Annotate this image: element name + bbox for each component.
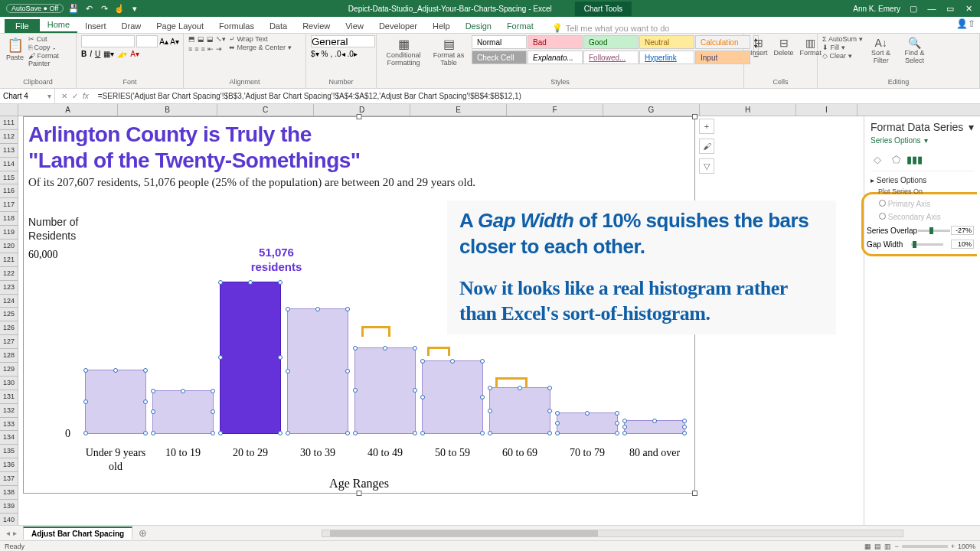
bar[interactable]: [152, 390, 214, 434]
selection-handle[interactable]: [622, 419, 627, 423]
align-center-icon[interactable]: ≡: [194, 45, 198, 53]
selection-handle[interactable]: [353, 388, 358, 393]
chart-title[interactable]: Arlington County is Truly the "Land of t…: [24, 117, 694, 173]
selection-handle[interactable]: [211, 409, 215, 414]
align-mid-icon[interactable]: ⬓: [198, 35, 204, 43]
indent-inc-icon[interactable]: ⇥: [216, 45, 222, 53]
selection-handle[interactable]: [413, 388, 417, 393]
inc-decimal-icon[interactable]: .0◂: [335, 50, 345, 58]
font-size-select[interactable]: [136, 35, 158, 47]
row-header[interactable]: 123: [0, 281, 18, 295]
selection-handle[interactable]: [488, 409, 492, 413]
align-top-icon[interactable]: ⬒: [188, 35, 195, 43]
tab-design[interactable]: Design: [458, 19, 499, 33]
enter-formula-icon[interactable]: ✓: [72, 92, 78, 100]
row-header[interactable]: 122: [0, 267, 18, 281]
horizontal-scrollbar[interactable]: [322, 530, 903, 537]
selection-handle[interactable]: [286, 431, 290, 435]
x-axis-label[interactable]: Age Ranges: [24, 477, 694, 491]
row-header[interactable]: 128: [0, 349, 18, 363]
secondary-axis-radio[interactable]: [879, 213, 886, 220]
chart-handle-ne[interactable]: [692, 114, 697, 119]
selection-handle[interactable]: [218, 355, 223, 360]
effects-icon[interactable]: ⬠: [889, 152, 903, 166]
orientation-icon[interactable]: ⤡▾: [216, 35, 226, 43]
selection-handle[interactable]: [248, 280, 253, 285]
user-name[interactable]: Ann K. Emery: [853, 5, 900, 13]
selection-handle[interactable]: [83, 368, 88, 373]
selection-handle[interactable]: [345, 307, 350, 311]
underline-button[interactable]: U: [95, 50, 100, 58]
undo-icon[interactable]: ↶: [83, 3, 94, 14]
add-sheet-button[interactable]: ⊕: [132, 527, 153, 539]
col-header[interactable]: H: [700, 104, 796, 116]
find-select-button[interactable]: 🔍Find & Select: [900, 35, 930, 66]
row-header[interactable]: 112: [0, 130, 18, 144]
chart-elements-button[interactable]: +: [699, 119, 714, 134]
style-hyperlink[interactable]: Hyperlink: [639, 51, 694, 64]
cancel-formula-icon[interactable]: ✕: [61, 92, 67, 100]
tab-insert[interactable]: Insert: [77, 19, 114, 33]
gap-width-input[interactable]: [951, 240, 974, 249]
y-axis-label[interactable]: Number ofResidents: [28, 215, 78, 243]
zoom-in-icon[interactable]: +: [951, 543, 955, 550]
x-category-label[interactable]: 40 to 49: [351, 446, 419, 460]
autosave-toggle[interactable]: AutoSave ● Off: [6, 4, 64, 13]
selection-handle[interactable]: [615, 431, 619, 435]
selection-handle[interactable]: [488, 386, 492, 390]
bar[interactable]: [354, 347, 416, 434]
row-header[interactable]: 136: [0, 458, 18, 472]
y-axis-min[interactable]: 0: [65, 428, 70, 440]
selection-handle[interactable]: [585, 411, 590, 416]
bar[interactable]: [489, 387, 550, 434]
minimize-icon[interactable]: —: [926, 3, 937, 14]
delete-cells-button[interactable]: ⊟Delete: [773, 35, 795, 58]
row-header[interactable]: 126: [0, 321, 18, 335]
selection-handle[interactable]: [83, 431, 88, 435]
style-followed[interactable]: Followed...: [583, 51, 639, 64]
selection-handle[interactable]: [420, 359, 425, 364]
selection-handle[interactable]: [151, 389, 155, 393]
tab-page-layout[interactable]: Page Layout: [149, 19, 211, 33]
selection-handle[interactable]: [480, 359, 485, 364]
indent-dec-icon[interactable]: ⇤: [207, 45, 214, 53]
name-box[interactable]: Chart 4▾: [0, 89, 55, 103]
selection-handle[interactable]: [383, 346, 387, 350]
row-header[interactable]: 125: [0, 308, 18, 321]
bar[interactable]: [287, 308, 348, 434]
font-color-icon[interactable]: A▾: [130, 50, 139, 58]
row-header[interactable]: 114: [0, 158, 18, 171]
selection-handle[interactable]: [83, 399, 88, 404]
selection-handle[interactable]: [218, 280, 223, 285]
tab-developer[interactable]: Developer: [371, 19, 425, 33]
tab-view[interactable]: View: [338, 19, 371, 33]
selection-handle[interactable]: [113, 368, 118, 373]
selection-handle[interactable]: [286, 369, 290, 373]
chart-filters-button[interactable]: ▽: [699, 158, 714, 174]
tab-review[interactable]: Review: [295, 19, 338, 33]
percent-icon[interactable]: %: [322, 50, 328, 58]
align-right-icon[interactable]: ≡: [201, 45, 205, 53]
x-category-label[interactable]: 20 to 29: [217, 446, 284, 460]
col-header[interactable]: D: [314, 104, 410, 116]
merge-center-button[interactable]: ⬌ Merge & Center ▾: [229, 44, 292, 51]
selection-handle[interactable]: [547, 409, 552, 413]
selection-handle[interactable]: [143, 431, 148, 435]
zoom-slider[interactable]: [902, 545, 948, 548]
selection-handle[interactable]: [413, 346, 417, 350]
row-header[interactable]: 119: [0, 226, 18, 240]
selection-handle[interactable]: [413, 431, 417, 435]
selection-handle[interactable]: [480, 431, 485, 435]
col-header[interactable]: G: [603, 104, 700, 116]
x-category-label[interactable]: 10 to 19: [149, 446, 217, 460]
selection-handle[interactable]: [353, 431, 358, 435]
row-header[interactable]: 111: [0, 116, 18, 130]
save-icon[interactable]: 💾: [68, 3, 79, 14]
style-bad[interactable]: Bad: [528, 35, 583, 49]
selection-handle[interactable]: [652, 419, 657, 423]
series-options-dropdown[interactable]: Series Options ▾: [871, 133, 974, 148]
style-check-cell[interactable]: Check Cell: [472, 51, 527, 64]
chart-handle-se[interactable]: [692, 491, 697, 496]
col-header[interactable]: F: [507, 104, 603, 116]
selection-handle[interactable]: [420, 395, 425, 399]
